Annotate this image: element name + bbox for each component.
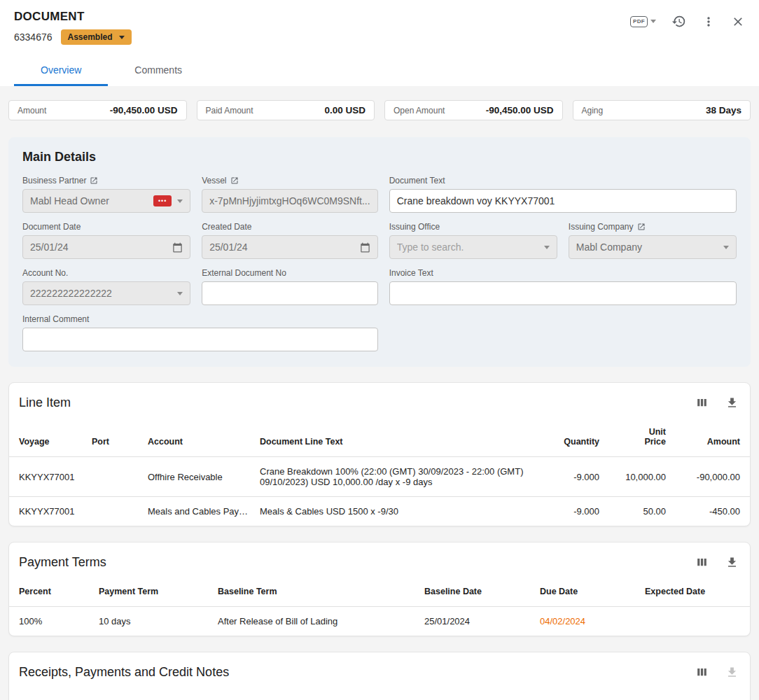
- column-header-amount: Amount: [643, 690, 750, 700]
- external-document-no-input[interactable]: [202, 281, 378, 305]
- export-pdf-button[interactable]: PDF: [630, 16, 656, 27]
- chevron-down-icon: [177, 292, 183, 295]
- page-title: DOCUMENT: [14, 10, 132, 24]
- payment-terms-row[interactable]: 100% 10 days After Release of Bill of La…: [9, 607, 750, 636]
- column-header-quantity: Quantity: [538, 420, 605, 457]
- field-invoice-text: Invoice Text: [389, 268, 737, 305]
- download-icon-disabled: [725, 666, 739, 679]
- pdf-icon: PDF: [630, 16, 648, 27]
- cell-port: [86, 497, 142, 526]
- cell-amount: -90,000.00: [671, 457, 750, 497]
- column-settings-icon[interactable]: [695, 666, 709, 679]
- payment-terms-table: Percent Payment Term Baseline Term Basel…: [9, 580, 750, 636]
- kebab-menu-icon: [702, 15, 716, 29]
- cell-account: Meals and Cables Pay…: [142, 497, 254, 526]
- field-label: External Document No: [202, 268, 286, 278]
- column-header-account: Account: [142, 420, 254, 457]
- field-issuing-company: Issuing Company Mabl Company: [569, 222, 737, 259]
- status-badge-label: Assembled: [68, 32, 113, 42]
- partner-alert-chip[interactable]: •••: [153, 195, 172, 206]
- close-button[interactable]: [731, 15, 745, 29]
- tab-comments[interactable]: Comments: [108, 56, 209, 86]
- column-header-amount: Amount: [671, 420, 750, 457]
- status-badge[interactable]: Assembled: [61, 29, 132, 45]
- column-header-document-date: Document Date: [286, 690, 464, 700]
- field-label: Issuing Company: [569, 222, 634, 232]
- payment-terms-section: Payment Terms Percent Payment Term Basel…: [8, 542, 751, 636]
- cell-due-date: 04/02/2024: [534, 607, 639, 636]
- summary-label: Aging: [582, 106, 604, 115]
- field-vessel: Vessel x-7pMnHjyjimtxgHOq6WC0M9SNft...: [202, 176, 378, 213]
- column-header-document-type: Document Type: [464, 690, 643, 700]
- chevron-down-icon: [650, 20, 656, 23]
- cell-document-line-text: Meals & Cables USD 1500 x -9/30: [254, 497, 538, 526]
- account-no-select[interactable]: 222222222222222: [22, 281, 190, 305]
- field-label: Created Date: [202, 222, 251, 232]
- summary-card-open-amount: Open Amount -90,450.00 USD: [384, 100, 563, 120]
- calendar-icon: [360, 242, 370, 253]
- chevron-down-icon: [544, 246, 550, 249]
- open-in-new-icon[interactable]: [230, 176, 239, 185]
- account-no-value: 222222222222222: [30, 288, 172, 299]
- field-external-document-no: External Document No: [202, 268, 378, 305]
- document-text-input[interactable]: [389, 189, 737, 213]
- field-account-no: Account No. 222222222222222: [22, 268, 190, 305]
- section-title-main-details: Main Details: [22, 150, 737, 164]
- column-header-baseline-date: Baseline Date: [419, 580, 534, 607]
- issuing-company-select[interactable]: Mabl Company: [569, 235, 737, 259]
- open-in-new-icon[interactable]: [90, 176, 98, 185]
- summary-value: 0.00 USD: [324, 105, 365, 115]
- cell-payment-term: 10 days: [93, 607, 212, 636]
- cell-quantity: -9.000: [538, 457, 605, 497]
- invoice-text-input[interactable]: [389, 281, 737, 305]
- field-document-date: Document Date 25/01/24: [22, 222, 190, 259]
- cell-port: [86, 457, 142, 497]
- column-header-unit-price: Unit Price: [605, 420, 671, 457]
- field-label: Document Text: [389, 176, 445, 186]
- open-in-new-icon[interactable]: [637, 223, 646, 231]
- field-label: Account No.: [22, 268, 68, 278]
- created-date-picker[interactable]: 25/01/24: [202, 235, 378, 259]
- summary-cards: Amount -90,450.00 USD Paid Amount 0.00 U…: [8, 100, 751, 120]
- section-title-line-item: Line Item: [19, 396, 71, 410]
- cell-quantity: -9.000: [538, 497, 605, 526]
- summary-value: -90,450.00 USD: [110, 105, 178, 115]
- issuing-office-select[interactable]: Type to search.: [389, 235, 557, 259]
- business-partner-value: Mabl Head Owner: [30, 195, 148, 206]
- created-date-value: 25/01/24: [209, 241, 354, 253]
- business-partner-select[interactable]: Mabl Head Owner •••: [22, 189, 190, 213]
- cell-account: Offhire Receivable: [142, 457, 254, 497]
- download-icon[interactable]: [725, 396, 739, 410]
- line-item-section: Line Item Voyage Port Account Document L…: [8, 382, 751, 526]
- column-header-select-all: [9, 690, 121, 700]
- column-settings-icon[interactable]: [695, 396, 709, 410]
- more-options-button[interactable]: [702, 15, 716, 29]
- cell-unit-price: 50.00: [605, 497, 671, 526]
- vessel-field[interactable]: x-7pMnHjyjimtxgHOq6WC0M9SNft...: [202, 189, 378, 213]
- column-header-baseline-term: Baseline Term: [212, 580, 419, 607]
- internal-comment-input[interactable]: [22, 328, 378, 351]
- line-item-table: Voyage Port Account Document Line Text Q…: [9, 420, 750, 526]
- receipts-table: Document No Document Date Document Type …: [9, 690, 750, 700]
- summary-label: Amount: [18, 106, 46, 115]
- cell-percent: 100%: [9, 607, 93, 636]
- document-header: DOCUMENT 6334676 Assembled PDF: [0, 0, 759, 86]
- history-button[interactable]: [671, 14, 686, 29]
- column-settings-icon[interactable]: [695, 556, 709, 569]
- column-header-voyage: Voyage: [9, 420, 86, 457]
- field-internal-comment: Internal Comment: [22, 314, 378, 351]
- chevron-down-icon: [723, 246, 729, 249]
- field-issuing-office: Issuing Office Type to search.: [389, 222, 557, 259]
- line-item-row[interactable]: KKYYX77001 Meals and Cables Pay… Meals &…: [9, 497, 750, 526]
- cell-amount: -450.00: [671, 497, 750, 526]
- field-label: Internal Comment: [22, 314, 89, 324]
- line-item-row[interactable]: KKYYX77001 Offhire Receivable Crane Brea…: [9, 457, 750, 497]
- document-date-picker[interactable]: 25/01/24: [22, 235, 190, 259]
- download-icon[interactable]: [725, 556, 739, 569]
- column-header-percent: Percent: [9, 580, 93, 607]
- document-number: 6334676: [14, 31, 53, 43]
- tab-overview[interactable]: Overview: [14, 56, 108, 86]
- summary-card-paid-amount: Paid Amount 0.00 USD: [197, 100, 375, 120]
- field-label: Document Date: [22, 222, 81, 232]
- vessel-value: x-7pMnHjyjimtxgHOq6WC0M9SNft...: [209, 195, 370, 206]
